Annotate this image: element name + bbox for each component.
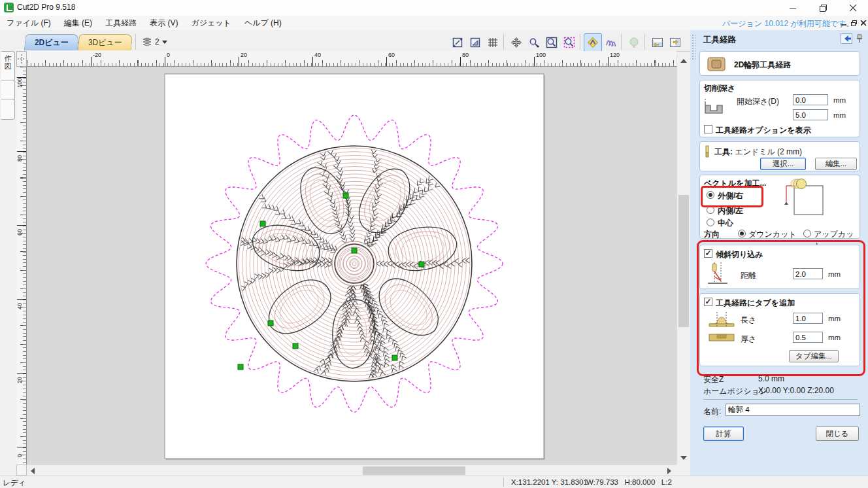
zoom-to-selection-icon[interactable] [560, 33, 578, 52]
title-bar: Cut2D Pro 9.518 [0, 0, 868, 16]
downcut-label: ダウンカット [748, 229, 797, 240]
ruler-label: 120 [610, 52, 620, 58]
toolpath-name-label: 名前: [703, 406, 721, 417]
layout-tabbed-icon[interactable] [648, 33, 667, 52]
menu-item-3[interactable]: 表示 (V) [143, 16, 184, 31]
center-radio[interactable] [707, 218, 714, 226]
show-options-checkbox[interactable] [704, 125, 712, 133]
flyout-tab-3[interactable] [1, 99, 15, 120]
scroll-left-icon[interactable] [31, 468, 35, 474]
mdi-minimize-icon[interactable] [840, 19, 848, 27]
close-icon[interactable] [838, 0, 868, 16]
mdi-close-icon[interactable] [860, 19, 868, 27]
pan-icon[interactable] [507, 33, 526, 52]
mdi-restore-icon[interactable] [850, 19, 858, 27]
drawing-canvas[interactable] [27, 67, 676, 464]
inside-left-radio[interactable] [707, 206, 714, 214]
toolpath-type-label: 2D輪郭工具経路 [734, 60, 791, 71]
tab-length-input[interactable] [793, 313, 823, 324]
tool-edit-button[interactable]: 編集... [815, 158, 857, 170]
calculate-button[interactable]: 計算 [703, 427, 744, 441]
toggle-solid-toolpath-icon[interactable] [601, 33, 620, 52]
machining-side-diagram [780, 178, 832, 221]
panel-separator [703, 399, 858, 400]
panel-pin-icon[interactable] [856, 33, 863, 46]
window-title: Cut2D Pro 9.518 [17, 3, 75, 12]
machine-vectors-title: ベクトルを加工... [704, 178, 766, 189]
ruler-label: 40 [16, 303, 23, 309]
zoom-interactive-icon[interactable] [525, 33, 543, 52]
toolpath-start-marker [343, 193, 348, 198]
tab-length-label: 長さ [741, 315, 756, 326]
ruler-label: 80 [462, 52, 469, 58]
tab-thickness-label: 厚さ [741, 334, 756, 345]
ruler-vertical: 100806040200 [16, 67, 27, 464]
scroll-right-icon[interactable] [667, 468, 671, 474]
horizontal-scroll-thumb[interactable] [363, 466, 465, 475]
add-tabs-checkbox[interactable]: ✓ [704, 298, 712, 306]
chevron-down-icon [162, 41, 167, 44]
outside-right-label: 外側/右 [718, 190, 743, 201]
menu-item-4[interactable]: ガジェット [184, 16, 237, 31]
toolpath-start-marker [238, 364, 243, 370]
toolpath-name-input[interactable] [726, 404, 860, 416]
edit-tabs-button[interactable]: タブ編集... [789, 350, 839, 362]
menu-item-5[interactable]: ヘルプ (H) [238, 16, 288, 31]
layout-docked-icon[interactable] [666, 33, 684, 52]
panel-grip[interactable] [692, 34, 695, 60]
minimize-icon[interactable] [778, 0, 808, 16]
ramp-icon [707, 261, 730, 287]
flyout-tab-2[interactable] [1, 80, 15, 101]
cut-depth-input[interactable] [793, 109, 828, 120]
status-bar: レディ X:131.2201 Y: 31.8301 W:79.733 H:80.… [0, 476, 868, 488]
zoom-window-icon[interactable] [542, 33, 561, 52]
profile-toolpath-icon [707, 55, 726, 73]
ruler-label: 0 [16, 454, 23, 457]
direction-label: 方向 [704, 229, 720, 240]
ramp-checkbox[interactable]: ✓ [704, 249, 712, 258]
home-position-value: X:0.00 Y:0.00 Z:20.00 [758, 386, 834, 395]
ruler-origin-button[interactable] [16, 51, 27, 67]
menu-item-2[interactable]: 工具経路 [99, 16, 143, 31]
vertical-scrollbar[interactable] [676, 55, 690, 464]
restore-icon[interactable] [808, 0, 838, 16]
drawing-flyout-tab[interactable]: 作図 [1, 51, 15, 81]
upcut-radio[interactable] [803, 230, 811, 237]
ruler-label: 60 [388, 52, 395, 58]
horizontal-scrollbar[interactable] [27, 464, 676, 476]
downcut-radio[interactable] [738, 230, 746, 237]
view-tab-2d[interactable]: 2Dビュー [24, 34, 80, 50]
tab-length-icon [708, 311, 735, 328]
ruler-label: 60 [16, 229, 23, 235]
outside-right-radio[interactable] [707, 191, 714, 199]
zoom-to-drawing-icon[interactable] [466, 33, 484, 52]
view-tab-label: 2Dビュー [35, 35, 69, 50]
vertical-scroll-thumb[interactable] [678, 195, 689, 327]
menu-item-1[interactable]: 編集 (E) [58, 16, 99, 31]
safe-z-value: 5.0 mm [758, 374, 784, 383]
toolpath-start-marker [268, 321, 273, 326]
cut-depth-title: 切削深さ [704, 83, 735, 94]
ruler-label: -20 [93, 52, 101, 58]
scroll-down-icon[interactable] [680, 456, 687, 460]
version-update-link[interactable]: バージョン 10.012 が利用可能です。 [722, 18, 854, 29]
panel-dock-icon[interactable] [841, 33, 852, 46]
snap-grid-icon[interactable] [484, 33, 502, 52]
cut-depth-icon [703, 96, 725, 118]
tool-group: 工具: エンドミル (2 mm) 選択... 編集... [699, 141, 860, 171]
view-tab-3d[interactable]: 3Dビュー [78, 34, 133, 50]
scroll-up-icon[interactable] [680, 59, 687, 63]
toggle-2d-toolpath-icon[interactable] [584, 33, 602, 52]
layer-selector[interactable]: 2 [141, 34, 167, 50]
tool-select-button[interactable]: 選択... [760, 158, 806, 170]
cut-depth-unit: mm [833, 111, 846, 119]
start-depth-input[interactable] [793, 94, 828, 105]
ramp-distance-input[interactable] [793, 268, 823, 279]
toolbar-separator [644, 34, 645, 50]
tab-thickness-input[interactable] [793, 332, 823, 343]
zoom-to-fit-icon[interactable] [448, 33, 467, 52]
close-panel-button[interactable]: 閉じる [816, 427, 859, 441]
menu-item-0[interactable]: ファイル (F) [0, 16, 58, 31]
view-tab-label: 3Dビュー [88, 35, 122, 50]
add-tabs-label: 工具経路にタブを追加 [716, 298, 795, 309]
